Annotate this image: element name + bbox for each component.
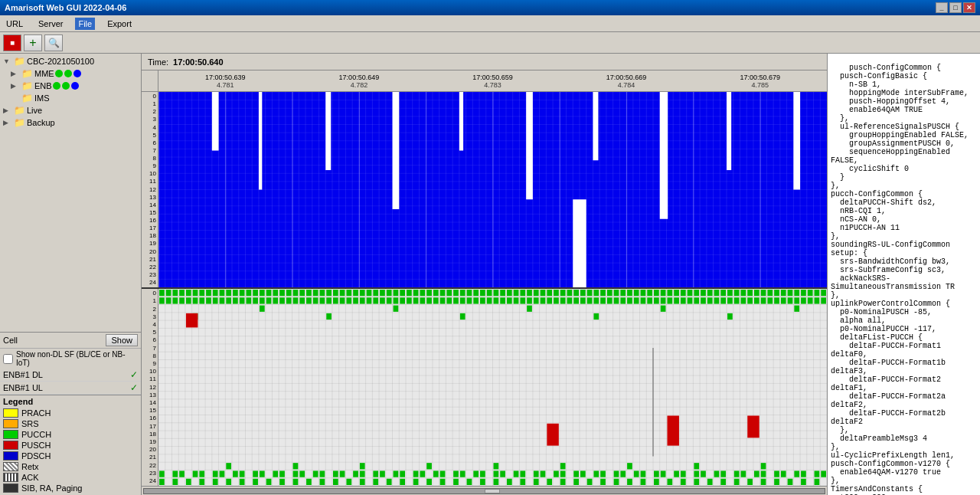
x-num-4: 4.785 [751, 81, 769, 89]
legend-sib: SIB, RA, Paging [3, 483, 138, 493]
enb-ul-label: ENB#1 UL [3, 383, 127, 392]
pusch-color [3, 441, 18, 450]
show-nondl-checkbox[interactable] [3, 354, 13, 364]
srs-label: SRS [21, 419, 39, 428]
pdsch-label: PDSCH [21, 451, 51, 461]
ack-pattern [3, 473, 18, 482]
folder-icon-ims: 📁 [21, 93, 33, 103]
tree-label-ims: IMS [34, 93, 50, 103]
y-axis-upper: 2423222120191817161514131211109876543210 [142, 92, 158, 287]
legend-prach: PRACH [3, 408, 138, 418]
x-num-1: 4.782 [351, 81, 368, 89]
folder-icon: 📁 [14, 56, 25, 67]
tree-item-cbc[interactable]: ▼ 📁 CBC-2021050100 [2, 55, 139, 67]
prach-label: PRACH [21, 408, 51, 418]
tree-item-mme[interactable]: ▶ 📁 MME [2, 67, 139, 80]
legend-pdsch: PDSCH [3, 451, 138, 461]
x-time-3: 17:00:50.669 [606, 74, 647, 81]
pdsch-color [3, 451, 18, 461]
stop-button[interactable]: ■ [3, 34, 21, 51]
upper-chart-content [158, 92, 827, 287]
x-time-1: 17:00:50.649 [339, 74, 380, 81]
retx-label: Retx [21, 462, 39, 471]
sib-pattern [3, 484, 18, 493]
checkbox-row: Show non-DL SF (BL/CE or NB-IoT) [0, 348, 141, 369]
menu-file[interactable]: File [75, 18, 95, 30]
x-axis-labels: 17:00:50.639 4.781 17:00:50.649 4.782 17… [158, 70, 827, 91]
srs-color [3, 419, 18, 428]
expand-icon-enb[interactable]: ▶ [11, 82, 20, 90]
menu-export[interactable]: Export [104, 18, 135, 30]
window-controls: _ □ ✕ [936, 2, 975, 13]
pusch-label: PUSCH [21, 441, 51, 450]
expand-icon[interactable]: ▼ [3, 57, 12, 65]
legend-title: Legend [3, 397, 138, 406]
expand-icon-backup[interactable]: ▶ [3, 119, 12, 126]
scrollbar-thumb[interactable] [485, 489, 500, 493]
tree-label-mme: MME [34, 69, 54, 78]
legend-ack: ACK [3, 472, 138, 483]
tree-item-ims[interactable]: 📁 IMS [2, 92, 139, 104]
tree-item-enb[interactable]: ▶ 📁 ENB [2, 80, 139, 92]
tree-area[interactable]: ▼ 📁 CBC-2021050100 ▶ 📁 MME ▶ 📁 ENB [0, 54, 141, 332]
enb-dl-label: ENB#1 DL [3, 370, 127, 379]
time-label: Time: [148, 57, 168, 67]
scrollbar-track[interactable] [143, 488, 825, 494]
title-bar: Amarisoft Web GUI 2022-04-06 _ □ ✕ [0, 0, 980, 15]
legend-pucch: PUCCH [3, 429, 138, 440]
toolbar: ■ + 🔍 [0, 32, 980, 54]
folder-icon-mme: 📁 [21, 68, 33, 79]
x-axis-spacer [142, 70, 158, 91]
expand-icon-live[interactable]: ▶ [3, 107, 12, 114]
ack-label: ACK [21, 473, 39, 482]
right-panel[interactable]: pusch-ConfigCommon { pusch-ConfigBasic {… [827, 54, 980, 495]
x-label-0: 17:00:50.639 4.781 [205, 74, 246, 89]
pucch-label: PUCCH [21, 430, 51, 439]
bottom-scrollbar[interactable] [142, 486, 827, 495]
status-enb-green-1 [53, 82, 60, 90]
lower-chart-content [158, 289, 827, 486]
lower-chart: 2423222120191817161514131211109876543210 [142, 289, 827, 486]
x-num-2: 4.783 [484, 81, 501, 89]
x-label-1: 17:00:50.649 4.782 [339, 74, 380, 89]
legend-retx: Retx [3, 461, 138, 472]
x-label-4: 17:00:50.679 4.785 [740, 74, 780, 89]
main-layout: ▼ 📁 CBC-2021050100 ▶ 📁 MME ▶ 📁 ENB [0, 54, 980, 495]
add-button[interactable]: + [24, 34, 42, 51]
menu-bar: URL Server File Export [0, 15, 980, 32]
show-nondl-label: Show non-DL SF (BL/CE or NB-IoT) [16, 350, 138, 367]
upper-chart: 2423222120191817161514131211109876543210 [142, 92, 827, 289]
menu-server[interactable]: Server [35, 18, 66, 30]
minimize-button[interactable]: _ [936, 2, 948, 13]
x-num-3: 4.784 [618, 81, 635, 89]
legend: Legend PRACH SRS PUCCH PUSCH PDSCH [0, 395, 141, 495]
enb-row-dl[interactable]: ENB#1 DL ✓ [0, 369, 141, 382]
folder-icon-enb: 📁 [21, 80, 33, 91]
cell-label: Cell [3, 336, 18, 345]
x-label-3: 17:00:50.669 4.784 [606, 74, 647, 89]
status-green-2 [64, 70, 72, 77]
x-time-4: 17:00:50.679 [740, 74, 780, 81]
menu-url[interactable]: URL [3, 18, 26, 30]
time-bar: Time: 17:00:50.640 [142, 54, 827, 70]
search-button[interactable]: 🔍 [44, 34, 63, 51]
left-panel: ▼ 📁 CBC-2021050100 ▶ 📁 MME ▶ 📁 ENB [0, 54, 142, 495]
x-time-2: 17:00:50.659 [472, 74, 513, 81]
tree-item-backup[interactable]: ▶ 📁 Backup [2, 116, 139, 129]
status-enb-green-2 [62, 82, 70, 90]
tree-label-cbc: CBC-2021050100 [27, 57, 94, 66]
enb-ul-check: ✓ [130, 382, 138, 393]
x-time-0: 17:00:50.639 [205, 74, 246, 81]
folder-icon-backup: 📁 [14, 117, 25, 128]
sib-label: SIB, RA, Paging [21, 484, 83, 493]
enb-row-ul[interactable]: ENB#1 UL ✓ [0, 382, 141, 395]
expand-icon-mme[interactable]: ▶ [11, 70, 20, 77]
restore-button[interactable]: □ [949, 2, 962, 13]
close-button[interactable]: ✕ [963, 2, 975, 13]
lower-canvas [158, 289, 827, 486]
tree-item-live[interactable]: ▶ 📁 Live [2, 104, 139, 116]
show-button[interactable]: Show [106, 334, 138, 346]
legend-pusch: PUSCH [3, 440, 138, 451]
cell-bar: Cell Show [0, 332, 141, 348]
legend-srs: SRS [3, 418, 138, 429]
